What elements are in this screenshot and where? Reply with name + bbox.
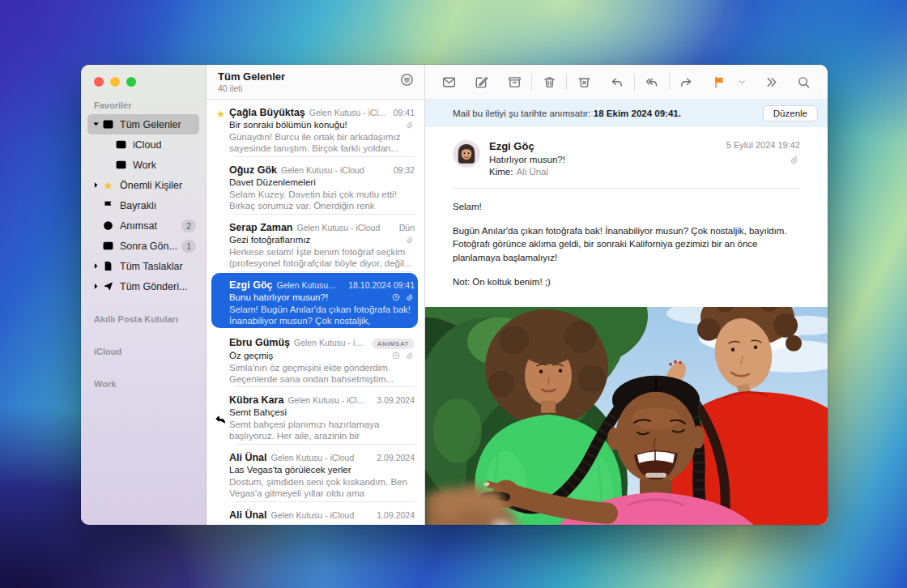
- attachment-icon: [405, 292, 415, 302]
- message-list: Tüm Gelenler 40 ileti ★Çağla BüyüktaşGel…: [207, 65, 425, 525]
- email-row-content: Ezgi GöçGelen Kutusu...18.10.2024 09:41B…: [229, 279, 415, 330]
- message-header: Ezgi Göç Hatırlıyor musun?! Kime:Ali Üna…: [453, 127, 800, 189]
- email-mailbox: Gelen Kutusu...: [276, 280, 344, 290]
- trash-button[interactable]: [540, 73, 558, 91]
- sidebar-item-an-msat[interactable]: Anımsat2: [87, 215, 199, 236]
- forward-icon: [679, 75, 694, 90]
- edit-reminder-button[interactable]: Düzenle: [763, 105, 818, 121]
- photo-attachment[interactable]: [425, 307, 828, 525]
- toolbar-group: [505, 73, 593, 91]
- email-mailbox: Gelen Kutusu - iCloud: [297, 223, 395, 232]
- get-mail-button[interactable]: [440, 73, 458, 91]
- email-row[interactable]: Ali ÜnalGelen Kutusu - iCloud1.09.2024: [207, 502, 424, 525]
- compose-icon: [474, 75, 489, 90]
- chevron-right-icon[interactable]: [91, 180, 101, 190]
- email-sender: Çağla Büyüktaş: [229, 107, 305, 118]
- sidebar-items: Tüm GelenleriCloudWork★Önemli KişilerBay…: [81, 114, 206, 296]
- chevron-down-icon[interactable]: [91, 119, 101, 130]
- remind-clock-icon: [391, 351, 401, 360]
- email-row[interactable]: Oğuz GökGelen Kutusu - iCloud09:32Davet …: [207, 157, 424, 215]
- sidebar-item-icloud[interactable]: iCloud: [87, 134, 199, 155]
- row-gutter: [212, 337, 229, 387]
- email-subject: Las Vegas'ta görülecek yerler: [229, 465, 415, 475]
- body-paragraph: Selam!: [453, 200, 800, 214]
- row-gutter: [212, 164, 229, 215]
- archive-button[interactable]: [505, 73, 523, 91]
- minimize-window-button[interactable]: [110, 77, 120, 87]
- email-row[interactable]: Serap ZamanGelen Kutusu - iCloudDünGezi …: [207, 215, 424, 272]
- attachment-icon: [405, 235, 415, 245]
- filter-button[interactable]: [398, 72, 415, 88]
- sidebar-section-icloud: iCloud: [94, 347, 193, 356]
- sidebar-item-work[interactable]: Work: [87, 155, 199, 175]
- email-row-content: Ebru GümüşGelen Kutusu - iCl...ANIMSATÖz…: [229, 337, 415, 387]
- close-window-button[interactable]: [94, 77, 104, 87]
- sidebar-item--nemli-ki-iler[interactable]: ★Önemli Kişiler: [87, 175, 199, 195]
- sidebar-item-bayrakl-[interactable]: Bayraklı: [87, 195, 199, 215]
- email-row[interactable]: Ebru GümüşGelen Kutusu - iCl...ANIMSATÖz…: [207, 330, 424, 387]
- inbox-icon: [114, 138, 128, 151]
- email-date: 09:32: [394, 165, 415, 175]
- email-row[interactable]: ★Çağla BüyüktaşGelen Kutusu - iCl...09:4…: [207, 100, 424, 157]
- email-preview: Semt bahçesi planımızı hazırlamaya başlı…: [229, 419, 415, 441]
- email-sender: Ebru Gümüş: [229, 337, 290, 348]
- message-recipients: Kime:Ali Ünal: [489, 167, 718, 177]
- row-gutter: [212, 452, 229, 502]
- get-mail-icon: [441, 75, 457, 90]
- email-rows: ★Çağla BüyüktaşGelen Kutusu - iCl...09:4…: [207, 100, 424, 525]
- sidebar-item-label: Tüm Taslaklar: [120, 261, 183, 272]
- archive-icon: [507, 75, 522, 90]
- sidebar-item-t-m-taslaklar[interactable]: Tüm Taslaklar: [87, 256, 199, 276]
- all-inboxes-icon: [101, 117, 115, 131]
- send-later-icon: [101, 239, 115, 253]
- toolbar-group: [440, 73, 458, 91]
- unread-badge: 1: [181, 240, 196, 253]
- email-row[interactable]: Ali ÜnalGelen Kutusu - iCloud2.09.2024La…: [207, 445, 424, 502]
- sidebar-item-label: Önemli Kişiler: [120, 180, 182, 191]
- sidebar-section-favorites: Favoriler: [94, 100, 193, 110]
- flag-button[interactable]: [711, 73, 729, 91]
- row-gutter: [212, 509, 229, 525]
- email-row-content: Serap ZamanGelen Kutusu - iCloudDünGezi …: [229, 222, 415, 272]
- chevron-right-icon[interactable]: [91, 261, 101, 271]
- draft-icon: [101, 259, 115, 273]
- sidebar-item-t-m-gelenler[interactable]: Tüm Gelenler: [87, 114, 199, 134]
- attachment-icon: [405, 351, 415, 360]
- sidebar-item-label: Tüm Gönderi...: [120, 281, 187, 292]
- body-paragraph: Bugün Anılar'da çıkan fotoğrafa bak! İna…: [453, 224, 800, 265]
- reply-all-button[interactable]: [643, 73, 661, 91]
- sidebar-item-label: Work: [133, 160, 156, 171]
- email-date: 3.09.2024: [377, 395, 415, 405]
- search-button[interactable]: [795, 73, 813, 91]
- email-sender: Ezgi Göç: [229, 279, 272, 291]
- sidebar-item-t-m-g-nderi-[interactable]: Tüm Gönderi...: [87, 276, 199, 296]
- junk-button[interactable]: [575, 73, 593, 91]
- toolbar-group: [795, 73, 813, 91]
- email-subject: Semt Bahçesi: [229, 407, 415, 417]
- more-button[interactable]: [762, 73, 780, 91]
- reply-button[interactable]: [608, 73, 626, 91]
- sidebar-item-label: iCloud: [133, 139, 161, 151]
- zoom-window-button[interactable]: [126, 77, 136, 87]
- junk-icon: [577, 75, 592, 90]
- email-sender: Serap Zaman: [229, 222, 293, 233]
- star-icon: ★: [101, 178, 115, 192]
- sidebar-item-sonra-g-n-[interactable]: Sonra Gön...1: [87, 236, 199, 256]
- row-gutter: [212, 279, 229, 330]
- compose-button[interactable]: [473, 73, 491, 91]
- email-subject: Gezi fotoğraflarımız: [229, 235, 401, 245]
- email-row-content: Ali ÜnalGelen Kutusu - iCloud1.09.2024: [229, 509, 415, 525]
- window-controls: [81, 65, 206, 87]
- message-header-info: Ezgi Göç Hatırlıyor musun?! Kime:Ali Üna…: [489, 140, 718, 177]
- toolbar-group: [762, 73, 780, 91]
- email-row[interactable]: Ezgi GöçGelen Kutusu...18.10.2024 09:41B…: [207, 272, 424, 330]
- email-mailbox: Gelen Kutusu - iCl...: [309, 108, 390, 117]
- email-row[interactable]: Kübra KaraGelen Kutusu - iCl...3.09.2024…: [207, 387, 424, 445]
- flag-menu-button[interactable]: [737, 73, 747, 91]
- chevron-right-icon[interactable]: [91, 281, 101, 292]
- message-list-header: Tüm Gelenler 40 ileti: [207, 65, 424, 100]
- forward-button[interactable]: [678, 73, 696, 91]
- message-date: 5 Eylül 2024 19:42: [726, 140, 800, 150]
- reminder-text: Mail bu iletiyi şu tarihte anımsatır: 18…: [453, 109, 681, 118]
- email-sender: Ali Ünal: [229, 509, 267, 521]
